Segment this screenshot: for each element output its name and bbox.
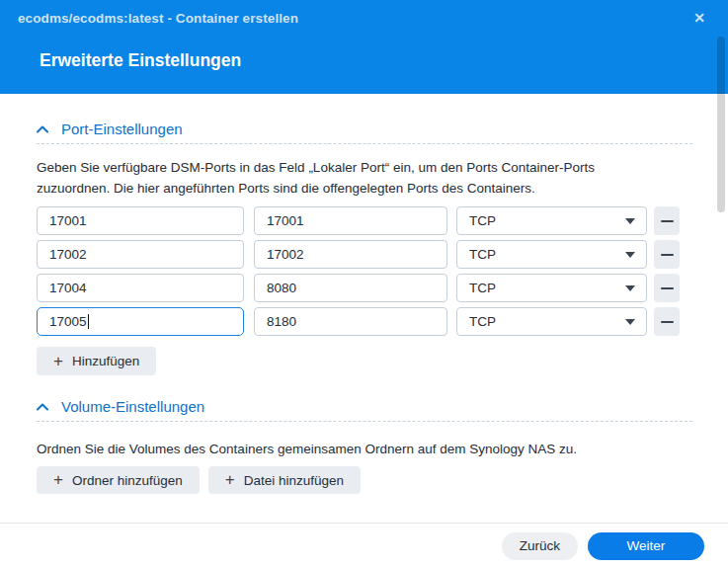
add-port-button-label: Hinzufügen (72, 354, 139, 368)
add-folder-button[interactable]: + Ordner hinzufügen (37, 466, 200, 494)
remove-port-button[interactable] (654, 274, 680, 302)
plus-icon: + (225, 471, 235, 488)
caret-down-icon (625, 218, 635, 224)
remove-port-button[interactable] (654, 206, 680, 235)
caret-down-icon (625, 285, 635, 291)
remove-port-button[interactable] (654, 240, 680, 269)
protocol-value: TCP (469, 314, 496, 329)
container-port-input[interactable] (254, 274, 447, 302)
container-port-input[interactable] (254, 206, 447, 235)
protocol-select[interactable]: TCP (456, 274, 647, 302)
next-button[interactable]: Weiter (588, 532, 704, 560)
port-section-description: Geben Sie verfügbare DSM-Ports in das Fe… (37, 157, 657, 199)
plus-icon: + (53, 353, 63, 369)
text-caret (88, 314, 89, 329)
port-row: TCP (37, 240, 692, 269)
divider (37, 143, 692, 144)
local-port-input[interactable]: 17005 (37, 307, 244, 336)
volume-section-title: Volume-Einstellungen (61, 398, 204, 415)
port-row: TCP (37, 206, 692, 235)
dialog-title: ecodms/ecodms:latest - Container erstell… (18, 11, 298, 26)
close-icon[interactable]: ✕ (693, 9, 705, 27)
minus-icon (661, 220, 674, 222)
minus-icon (661, 254, 674, 256)
caret-down-icon (625, 252, 635, 258)
chevron-up-icon (37, 125, 48, 133)
protocol-value: TCP (469, 281, 496, 295)
chevron-up-icon (37, 403, 48, 411)
port-section-header[interactable]: Port-Einstellungen (37, 121, 692, 137)
port-row: TCP (37, 274, 692, 302)
add-file-button[interactable]: + Datei hinzufügen (208, 466, 361, 494)
local-port-input[interactable] (37, 240, 244, 269)
protocol-select[interactable]: TCP (456, 240, 647, 269)
page-title: Erweiterte Einstellungen (40, 50, 241, 71)
dialog-content: Port-Einstellungen Geben Sie verfügbare … (0, 121, 728, 494)
back-button[interactable]: Zurück (502, 532, 578, 560)
container-port-input[interactable] (254, 240, 447, 269)
port-section-title: Port-Einstellungen (61, 121, 183, 137)
remove-port-button[interactable] (654, 307, 680, 336)
plus-icon: + (53, 471, 63, 488)
local-port-input[interactable] (37, 274, 244, 302)
port-rows: TCP TCP TCP (37, 206, 692, 336)
add-port-button[interactable]: + Hinzufügen (37, 347, 156, 375)
container-port-input[interactable] (254, 307, 447, 336)
volume-section-description: Ordnen Sie die Volumes des Containers ge… (37, 439, 692, 459)
protocol-value: TCP (469, 247, 496, 262)
volume-buttons: + Ordner hinzufügen + Datei hinzufügen (37, 466, 692, 494)
minus-icon (661, 321, 674, 323)
dialog-footer: Zurück Weiter (0, 523, 728, 568)
dialog-titlebar: ecodms/ecodms:latest - Container erstell… (0, 0, 728, 94)
divider (37, 421, 692, 422)
minus-icon (661, 287, 674, 289)
volume-section-header[interactable]: Volume-Einstellungen (37, 398, 692, 415)
container-create-dialog: ecodms/ecodms:latest - Container erstell… (0, 0, 728, 568)
add-folder-button-label: Ordner hinzufügen (72, 473, 183, 488)
add-file-button-label: Datei hinzufügen (244, 473, 344, 488)
protocol-select[interactable]: TCP (456, 307, 647, 336)
protocol-value: TCP (469, 213, 496, 228)
protocol-select[interactable]: TCP (456, 206, 647, 235)
local-port-value: 17005 (49, 314, 87, 329)
local-port-input[interactable] (37, 206, 244, 235)
caret-down-icon (625, 319, 635, 325)
vertical-scrollbar[interactable] (717, 37, 725, 212)
port-row: 17005 TCP (37, 307, 692, 336)
